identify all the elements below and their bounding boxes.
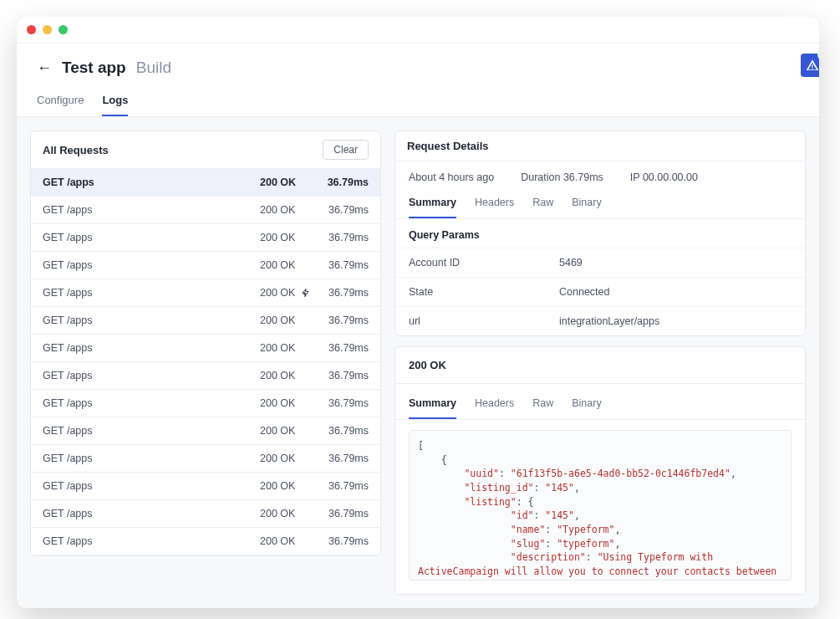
back-arrow-icon[interactable]: ← [37, 59, 52, 77]
request-status: 200 OK [260, 453, 318, 464]
requests-panel: All Requests Clear GET /apps200 OK36.79m… [30, 130, 381, 556]
request-status: 200 OK [260, 425, 318, 437]
request-endpoint: GET /apps [43, 232, 260, 243]
maximize-window-dot[interactable] [59, 25, 68, 34]
request-duration: 36.79ms [318, 176, 369, 188]
minimize-window-dot[interactable] [43, 25, 52, 34]
titlebar [17, 17, 819, 43]
request-duration: 36.79ms [318, 535, 369, 547]
request-row[interactable]: GET /apps200 OK36.79ms [31, 417, 380, 445]
request-duration: 36.79ms [318, 425, 369, 437]
request-duration: 36.79ms [318, 370, 369, 381]
details-tab-binary[interactable]: Binary [572, 190, 601, 218]
details-title: Request Details [407, 140, 489, 152]
header-tabs: ConfigureLogs [37, 89, 799, 116]
requests-list: GET /apps200 OK36.79msGET /apps200 OK36.… [31, 169, 380, 555]
request-row[interactable]: GET /apps200 OK36.79ms [31, 473, 380, 500]
request-row[interactable]: GET /apps200 OK36.79ms [31, 390, 380, 417]
request-row[interactable]: GET /apps200 OK36.79ms [31, 335, 380, 362]
request-endpoint: GET /apps [43, 287, 260, 299]
details-tab-headers[interactable]: Headers [475, 190, 514, 218]
request-status: 200 OK [260, 342, 318, 354]
request-duration: 36.79ms [318, 315, 369, 326]
request-endpoint: GET /apps [43, 480, 260, 492]
query-param-key: Account ID [409, 257, 559, 269]
response-tabs: SummaryHeadersRawBinary [409, 391, 792, 419]
query-param-row: urlintegrationLayer/apps [395, 306, 805, 335]
request-row[interactable]: GET /apps200 OK36.79ms [31, 445, 380, 473]
alerts-badge[interactable]: 0 [801, 54, 819, 77]
request-endpoint: GET /apps [43, 453, 260, 464]
request-row[interactable]: GET /apps200 OK36.79ms [31, 252, 380, 279]
query-param-value: integrationLayer/apps [559, 315, 792, 327]
request-status: 200 OK [260, 232, 318, 243]
request-duration: 36.79ms [318, 480, 369, 492]
query-param-row: StateConnected [395, 277, 805, 306]
request-endpoint: GET /apps [43, 259, 260, 271]
request-endpoint: GET /apps [43, 508, 260, 519]
response-tab-headers[interactable]: Headers [475, 391, 514, 419]
request-status: 200 OK [260, 370, 318, 381]
request-row[interactable]: GET /apps200 OK36.79ms [31, 224, 380, 252]
detail-duration: Duration 36.79ms [521, 171, 603, 183]
request-row[interactable]: GET /apps200 OK36.79ms [31, 528, 380, 555]
request-endpoint: GET /apps [43, 397, 260, 409]
details-tabs: SummaryHeadersRawBinary [409, 190, 792, 218]
content: All Requests Clear GET /apps200 OK36.79m… [17, 117, 819, 608]
request-row[interactable]: GET /apps200 OK36.79ms [31, 362, 380, 390]
detail-ip: IP 00.00.00.00 [630, 171, 698, 183]
request-endpoint: GET /apps [43, 425, 260, 437]
page-title: Test app [62, 59, 126, 77]
request-duration: 36.79ms [318, 287, 369, 299]
page-section: Build [136, 59, 171, 77]
request-row[interactable]: GET /apps200 OK36.79ms [31, 197, 380, 224]
request-status: 200 OK [260, 259, 318, 271]
request-status: 200 OK [260, 508, 318, 519]
query-param-key: url [409, 315, 559, 327]
response-tab-summary[interactable]: Summary [409, 391, 456, 419]
request-row[interactable]: GET /apps200 OK36.79ms [31, 279, 380, 307]
details-tab-summary[interactable]: Summary [409, 190, 456, 218]
warning-icon [806, 59, 819, 72]
request-duration: 36.79ms [318, 342, 369, 354]
details-tab-raw[interactable]: Raw [532, 190, 553, 218]
request-status: 200 OK [260, 535, 318, 547]
request-endpoint: GET /apps [43, 204, 260, 216]
response-body: [ { "uuid": "61f13f5b-a6e5-4ad0-bb52-0c1… [409, 430, 792, 581]
request-endpoint: GET /apps [43, 315, 260, 326]
request-duration: 36.79ms [318, 232, 369, 243]
request-endpoint: GET /apps [43, 342, 260, 354]
query-param-value: Connected [559, 286, 792, 298]
request-status: 200 OK [260, 176, 318, 188]
query-param-row: Account ID5469 [395, 248, 805, 277]
request-duration: 36.79ms [318, 204, 369, 216]
request-status: 200 OK [260, 204, 318, 216]
request-status: 200 OK [260, 315, 318, 326]
clear-button[interactable]: Clear [323, 140, 369, 160]
request-status: 200 OK [260, 480, 318, 492]
request-endpoint: GET /apps [43, 176, 260, 188]
browser-window: 0 ← Test app Build ConfigureLogs All Req… [17, 17, 819, 608]
request-duration: 36.79ms [318, 397, 369, 409]
requests-title: All Requests [43, 144, 109, 156]
query-param-key: State [409, 286, 559, 298]
request-endpoint: GET /apps [43, 535, 260, 547]
request-row[interactable]: GET /apps200 OK36.79ms [31, 307, 380, 335]
query-param-value: 5469 [559, 257, 792, 269]
response-status: 200 OK [395, 347, 805, 384]
request-endpoint: GET /apps [43, 370, 260, 381]
query-params-title: Query Params [395, 219, 805, 248]
response-panel: 200 OK SummaryHeadersRawBinary [ { "uuid… [395, 346, 806, 595]
request-duration: 36.79ms [318, 259, 369, 271]
request-duration: 36.79ms [318, 508, 369, 519]
response-tab-binary[interactable]: Binary [572, 391, 601, 419]
response-tab-raw[interactable]: Raw [532, 391, 553, 419]
close-window-dot[interactable] [27, 25, 36, 34]
request-row[interactable]: GET /apps200 OK36.79ms [31, 169, 380, 197]
tab-configure[interactable]: Configure [37, 89, 84, 116]
query-params-list: Account ID5469StateConnectedurlintegrati… [395, 248, 805, 335]
tab-logs[interactable]: Logs [102, 89, 128, 116]
request-status: 200 OK [260, 287, 318, 299]
request-row[interactable]: GET /apps200 OK36.79ms [31, 500, 380, 528]
request-status: 200 OK [260, 397, 318, 409]
